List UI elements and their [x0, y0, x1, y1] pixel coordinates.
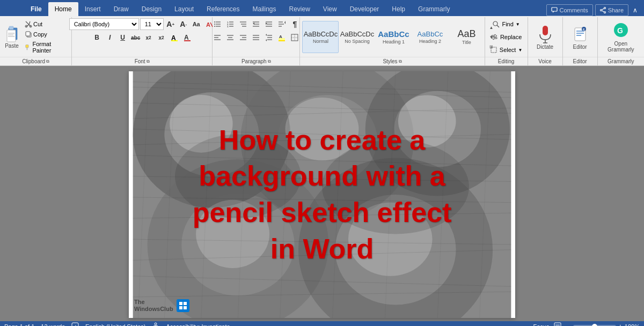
print-layout-icon[interactable] — [553, 322, 562, 326]
italic-button[interactable]: I — [104, 32, 116, 43]
decrease-indent-button[interactable] — [250, 18, 262, 30]
clipboard-group: Paste Cut Copy Format Pain — [0, 17, 72, 65]
bold-button[interactable]: B — [91, 32, 103, 43]
text-highlight-button[interactable]: A — [169, 32, 180, 43]
open-grammarly-button[interactable]: G Open Grammarly — [600, 19, 642, 55]
style-no-spacing[interactable]: AaBbCcDc No Spacing — [339, 21, 375, 53]
find-icon — [492, 20, 500, 28]
page-title[interactable]: How to create a background with a pencil… — [171, 112, 473, 278]
styles-group-label[interactable]: Styles ⧉ — [300, 57, 484, 65]
accessibility-icon[interactable] — [152, 322, 159, 326]
select-button[interactable]: Select ▼ — [488, 44, 525, 56]
font-group-label[interactable]: Font ⧉ — [72, 57, 212, 65]
style-normal[interactable]: AaBbCcDc Normal — [302, 21, 339, 53]
find-button[interactable]: Find ▼ — [490, 18, 522, 30]
font-color-button[interactable]: A — [181, 32, 193, 43]
superscript-button[interactable]: x2 — [156, 32, 167, 43]
zoom-handle — [592, 324, 597, 326]
svg-point-2 — [604, 8, 605, 9]
tab-layout[interactable]: Layout — [168, 2, 200, 16]
font-grow-button[interactable]: A+ — [165, 18, 177, 30]
font-name-select[interactable]: Calibri (Body) — [69, 18, 139, 30]
strikethrough-button[interactable]: abc — [130, 32, 142, 43]
svg-text:G: G — [617, 26, 623, 35]
zoom-level[interactable]: 100% — [625, 323, 640, 326]
underline-button[interactable]: U — [117, 32, 129, 43]
status-bar: Page 1 of 1 12 words ✓ English (United S… — [0, 321, 644, 326]
paragraph-group: 1.2.3. ¶ — [213, 17, 300, 65]
replace-button[interactable]: Replace — [488, 31, 524, 43]
line-spacing-button[interactable] — [263, 32, 275, 43]
svg-rect-125 — [179, 302, 182, 305]
decrease-indent-icon — [252, 20, 260, 28]
increase-indent-button[interactable] — [263, 18, 275, 30]
focus-button[interactable]: Focus — [533, 323, 550, 326]
justify-button[interactable] — [250, 32, 262, 43]
show-paragraph-button[interactable]: ¶ — [289, 18, 301, 30]
tab-insert[interactable]: Insert — [78, 2, 107, 16]
format-painter-button[interactable]: Format Painter — [23, 40, 69, 55]
tab-grammarly[interactable]: Grammarly — [412, 2, 456, 16]
share-button[interactable]: Share — [595, 4, 628, 16]
font-shrink-button[interactable]: A- — [178, 18, 189, 30]
borders-icon — [291, 34, 298, 41]
accessibility-status[interactable]: Accessibility: Investigate — [166, 323, 230, 326]
tab-file[interactable]: File — [24, 2, 48, 16]
cut-icon — [25, 20, 32, 28]
svg-point-75 — [493, 21, 497, 26]
bullets-button[interactable] — [211, 18, 223, 30]
zoom-out-button[interactable]: − — [566, 322, 570, 326]
style-title[interactable]: AaB Title — [448, 21, 485, 53]
svg-rect-78 — [543, 26, 548, 35]
shading-button[interactable]: A — [276, 32, 288, 43]
align-left-button[interactable] — [211, 32, 223, 43]
subscript-button[interactable]: x2 — [143, 32, 155, 43]
change-case-button[interactable]: Aa — [191, 18, 202, 30]
paragraph-group-label[interactable]: Paragraph ⧉ — [213, 57, 299, 65]
cut-button[interactable]: Cut — [23, 19, 69, 29]
tab-help[interactable]: Help — [385, 2, 412, 16]
zoom-controls: − + 100% — [566, 322, 640, 326]
tab-review[interactable]: Review — [283, 2, 317, 16]
voice-group: Dictate Voice — [528, 17, 563, 65]
multilevel-button[interactable] — [237, 18, 249, 30]
tab-home[interactable]: Home — [48, 2, 78, 16]
editor-group-label: Editor — [563, 57, 597, 65]
borders-button[interactable] — [289, 32, 301, 43]
svg-rect-8 — [7, 30, 16, 42]
ribbon-collapse-button[interactable]: ∧ — [631, 6, 640, 14]
language[interactable]: English (United States) — [85, 323, 146, 326]
tab-references[interactable]: References — [200, 2, 246, 16]
editor-button[interactable]: E Editor — [565, 23, 595, 52]
tab-design[interactable]: Design — [135, 2, 168, 16]
tab-developer[interactable]: Developer — [343, 2, 386, 16]
tab-mailings[interactable]: Mailings — [246, 2, 282, 16]
svg-rect-17 — [26, 45, 28, 48]
share-icon — [600, 7, 606, 13]
clipboard-group-label[interactable]: Clipboard ⧉ — [0, 57, 71, 65]
svg-rect-71 — [279, 40, 285, 41]
comments-button[interactable]: Comments — [546, 4, 592, 16]
align-center-button[interactable] — [224, 32, 236, 43]
tab-view[interactable]: View — [317, 2, 343, 16]
dictate-label: Dictate — [537, 44, 553, 50]
tab-draw[interactable]: Draw — [107, 2, 135, 16]
dictate-button[interactable]: Dictate — [530, 23, 560, 52]
style-heading2[interactable]: AaBbCc Heading 2 — [412, 21, 448, 53]
style-heading1[interactable]: AaBbCc Heading 1 — [375, 21, 412, 53]
spell-check-icon[interactable]: ✓ — [71, 322, 79, 326]
svg-rect-24 — [184, 40, 191, 41]
sort-button[interactable] — [276, 18, 288, 30]
paste-button[interactable]: Paste — [2, 18, 21, 56]
numbering-icon: 1.2.3. — [226, 20, 234, 28]
editor-label: Editor — [573, 44, 587, 50]
numbering-button[interactable]: 1.2.3. — [224, 18, 236, 30]
voice-group-label: Voice — [528, 57, 562, 65]
copy-button[interactable]: Copy — [23, 29, 69, 39]
align-right-button[interactable] — [237, 32, 249, 43]
font-size-select[interactable]: 11 — [140, 18, 164, 30]
style-heading2-label: Heading 2 — [419, 39, 441, 44]
align-left-icon — [214, 34, 221, 41]
zoom-in-button[interactable]: + — [618, 322, 623, 326]
svg-rect-126 — [184, 302, 187, 305]
